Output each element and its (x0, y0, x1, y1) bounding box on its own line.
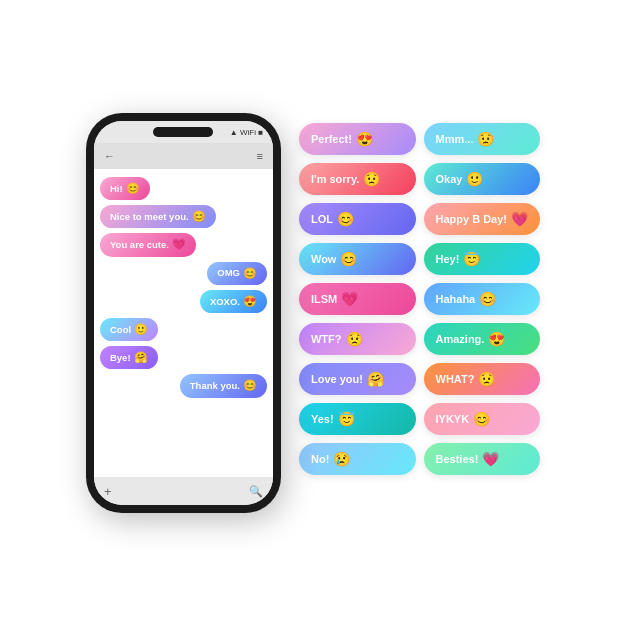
sticker-text: Happy B Day! (436, 213, 508, 225)
sticker-emoji: 🤗 (367, 371, 384, 387)
menu-icon[interactable]: ≡ (257, 150, 263, 162)
message-emoji: 🙂 (134, 323, 148, 336)
sticker-bubble[interactable]: Hey!😇 (424, 243, 541, 275)
message-text: Hi! (110, 183, 123, 194)
sticker-text: IYKYK (436, 413, 470, 425)
message-text: You are cute. (110, 239, 169, 250)
sticker-text: Okay (436, 173, 463, 185)
sticker-bubble[interactable]: I'm sorry.😟 (299, 163, 416, 195)
message-bubble: Thank you.😊 (180, 374, 267, 397)
sticker-emoji: 😢 (333, 451, 350, 467)
sticker-emoji: 💗 (341, 291, 358, 307)
message-emoji: 🤗 (134, 351, 148, 364)
sticker-text: Amazing. (436, 333, 485, 345)
sticker-bubble[interactable]: No!😢 (299, 443, 416, 475)
message-emoji: 😊 (126, 182, 140, 195)
sticker-bubble[interactable]: Hahaha😊 (424, 283, 541, 315)
sticker-emoji: 😊 (473, 411, 490, 427)
message-text: Thank you. (190, 380, 240, 391)
message-bubble: XOXO.😍 (200, 290, 267, 313)
search-icon[interactable]: 🔍 (249, 485, 263, 498)
message-emoji: 😊 (192, 210, 206, 223)
sticker-bubble[interactable]: Yes!😇 (299, 403, 416, 435)
sticker-text: Yes! (311, 413, 334, 425)
sticker-emoji: 😇 (338, 411, 355, 427)
phone-screen: ▲ WiFi ■ ← ≡ Hi!😊Nice to meet you.😊You a… (94, 121, 273, 505)
phone-notch (153, 127, 213, 137)
phone: ▲ WiFi ■ ← ≡ Hi!😊Nice to meet you.😊You a… (86, 113, 281, 513)
sticker-emoji: 😊 (340, 251, 357, 267)
main-container: ▲ WiFi ■ ← ≡ Hi!😊Nice to meet you.😊You a… (76, 103, 550, 523)
message-bubble: OMG😊 (207, 262, 267, 285)
sticker-bubble[interactable]: WTF?😟 (299, 323, 416, 355)
sticker-text: WHAT? (436, 373, 475, 385)
sticker-bubble[interactable]: IYKYK😊 (424, 403, 541, 435)
status-icons: ▲ WiFi ■ (230, 128, 263, 137)
sticker-emoji: 😟 (477, 131, 494, 147)
sticker-text: Love you! (311, 373, 363, 385)
sticker-text: Wow (311, 253, 336, 265)
sticker-bubble[interactable]: Amazing.😍 (424, 323, 541, 355)
sticker-emoji: 💗 (482, 451, 499, 467)
sticker-bubble[interactable]: Love you!🤗 (299, 363, 416, 395)
sticker-text: I'm sorry. (311, 173, 359, 185)
sticker-emoji: 😟 (363, 171, 380, 187)
message-text: Bye! (110, 352, 131, 363)
message-emoji: 😊 (243, 379, 257, 392)
back-icon[interactable]: ← (104, 150, 115, 162)
message-text: Cool (110, 324, 131, 335)
add-icon[interactable]: + (104, 484, 112, 499)
message-bubble: Hi!😊 (100, 177, 150, 200)
message-bubble: Nice to meet you.😊 (100, 205, 216, 228)
sticker-text: Besties! (436, 453, 479, 465)
message-emoji: 💗 (172, 238, 186, 251)
sticker-bubble[interactable]: Mmm...😟 (424, 123, 541, 155)
sticker-emoji: 😍 (356, 131, 373, 147)
sticker-text: Mmm... (436, 133, 474, 145)
message-bubble: You are cute.💗 (100, 233, 196, 256)
message-emoji: 😊 (243, 267, 257, 280)
sticker-text: Hey! (436, 253, 460, 265)
sticker-bubble[interactable]: Wow😊 (299, 243, 416, 275)
sticker-emoji: 😊 (479, 291, 496, 307)
message-text: OMG (217, 267, 240, 278)
sticker-bubble[interactable]: Okay🙂 (424, 163, 541, 195)
input-bar: + 🔍 (94, 477, 273, 505)
sticker-panel: Perfect!😍Mmm...😟I'm sorry.😟Okay🙂LOL😊Happ… (299, 113, 540, 475)
sticker-bubble[interactable]: Besties!💗 (424, 443, 541, 475)
sticker-emoji: 😟 (478, 371, 495, 387)
sticker-emoji: 😊 (337, 211, 354, 227)
sticker-text: LOL (311, 213, 333, 225)
sticker-text: Perfect! (311, 133, 352, 145)
message-emoji: 😍 (243, 295, 257, 308)
message-bubble: Bye!🤗 (100, 346, 158, 369)
sticker-text: ILSM (311, 293, 337, 305)
phone-header: ← ≡ (94, 143, 273, 169)
sticker-emoji: 💗 (511, 211, 528, 227)
message-text: XOXO. (210, 296, 240, 307)
message-bubble: Cool🙂 (100, 318, 158, 341)
sticker-emoji: 😍 (488, 331, 505, 347)
sticker-text: No! (311, 453, 329, 465)
sticker-emoji: 😇 (463, 251, 480, 267)
message-list: Hi!😊Nice to meet you.😊You are cute.💗OMG😊… (94, 169, 273, 477)
sticker-bubble[interactable]: Perfect!😍 (299, 123, 416, 155)
sticker-text: WTF? (311, 333, 342, 345)
sticker-text: Hahaha (436, 293, 476, 305)
sticker-emoji: 😟 (346, 331, 363, 347)
message-text: Nice to meet you. (110, 211, 189, 222)
sticker-bubble[interactable]: Happy B Day!💗 (424, 203, 541, 235)
sticker-bubble[interactable]: WHAT?😟 (424, 363, 541, 395)
sticker-bubble[interactable]: LOL😊 (299, 203, 416, 235)
sticker-emoji: 🙂 (466, 171, 483, 187)
sticker-bubble[interactable]: ILSM💗 (299, 283, 416, 315)
